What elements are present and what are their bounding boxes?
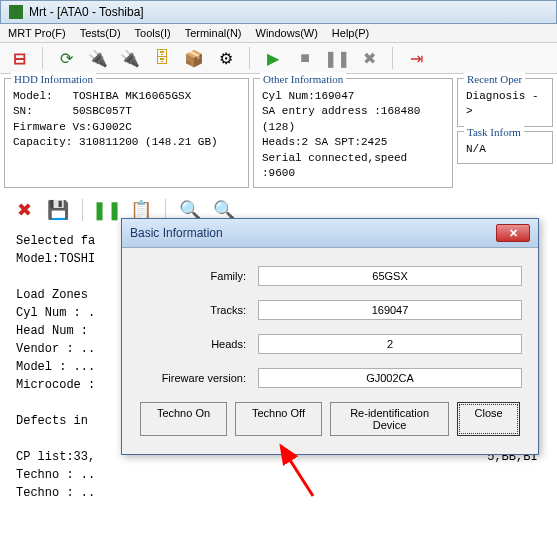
menu-tests[interactable]: Tests(D) (80, 27, 121, 39)
heads-label: Heads: (138, 338, 258, 350)
separator (82, 199, 83, 221)
stop-icon[interactable]: ■ (294, 47, 316, 69)
hdd-info-panel: HDD Information Model: TOSHIBA MK16065GS… (4, 78, 249, 188)
window-titlebar: Mrt - [ATA0 - Toshiba] (0, 0, 557, 24)
separator (392, 47, 393, 69)
console-line: Techno : .. (16, 466, 541, 484)
close-button[interactable]: Close (457, 402, 520, 436)
task-legend: Task Inform (464, 125, 524, 140)
server-icon[interactable]: 🗄 (151, 47, 173, 69)
techno-on-button[interactable]: Techno On (140, 402, 227, 436)
value: Diagnosis -> (466, 89, 544, 120)
menu-tools[interactable]: Tools(I) (135, 27, 171, 39)
value: N/A (466, 142, 544, 157)
save-icon[interactable]: 💾 (46, 198, 70, 222)
dialog-body: Family: 65GSX Tracks: 169047 Heads: 2 Fi… (122, 248, 538, 454)
menubar: MRT Pro(F) Tests(D) Tools(I) Terminal(N)… (0, 24, 557, 43)
tracks-field[interactable]: 169047 (258, 300, 522, 320)
delete-icon[interactable]: ✖ (12, 198, 36, 222)
value: Cyl Num:169047 (262, 89, 444, 104)
firmware-label: Fireware version: (138, 372, 258, 384)
separator (42, 47, 43, 69)
task-panel: Task Inform N/A (457, 131, 553, 164)
pause2-icon[interactable]: ❚❚ (95, 198, 119, 222)
gear-icon[interactable]: ⚙ (215, 47, 237, 69)
close-icon[interactable]: ✕ (496, 224, 530, 242)
label: SN: (13, 105, 33, 117)
value: Heads:2 SA SPT:2425 (262, 135, 444, 150)
family-field[interactable]: 65GSX (258, 266, 522, 286)
bracket-icon[interactable]: ⊟ (8, 47, 30, 69)
value: TOSHIBA MK16065GSX (72, 90, 191, 102)
info-panels: HDD Information Model: TOSHIBA MK16065GS… (0, 74, 557, 192)
tracks-label: Tracks: (138, 304, 258, 316)
menu-mrtpro[interactable]: MRT Pro(F) (8, 27, 66, 39)
recent-legend: Recent Oper (464, 72, 525, 87)
dialog-title: Basic Information (130, 226, 223, 240)
label: Capacity: (13, 136, 72, 148)
family-label: Family: (138, 270, 258, 282)
connect-icon[interactable]: 🔌 (87, 47, 109, 69)
pause-icon[interactable]: ❚❚ (326, 47, 348, 69)
cancel-icon[interactable]: ✖ (358, 47, 380, 69)
value: 310811200 (148.21 GB) (79, 136, 218, 148)
menu-windows[interactable]: Windows(W) (256, 27, 318, 39)
value: Serial connected,speed :9600 (262, 151, 444, 182)
right-panels: Recent Oper Diagnosis -> Task Inform N/A (457, 78, 553, 188)
hdd-legend: HDD Information (11, 72, 96, 87)
value: GJ002C (92, 121, 132, 133)
exit-icon[interactable]: ⇥ (405, 47, 427, 69)
menu-help[interactable]: Help(P) (332, 27, 369, 39)
reidentification-button[interactable]: Re-identification Device (330, 402, 449, 436)
package-icon[interactable]: 📦 (183, 47, 205, 69)
dialog-titlebar[interactable]: Basic Information ✕ (122, 219, 538, 248)
app-icon (9, 5, 23, 19)
main-toolbar: ⊟ ⟳ 🔌 🔌 🗄 📦 ⚙ ▶ ■ ❚❚ ✖ ⇥ (0, 43, 557, 74)
disconnect-icon[interactable]: 🔌 (119, 47, 141, 69)
window-title: Mrt - [ATA0 - Toshiba] (29, 5, 144, 19)
basic-info-dialog: Basic Information ✕ Family: 65GSX Tracks… (121, 218, 539, 455)
recent-panel: Recent Oper Diagnosis -> (457, 78, 553, 127)
label: Model: (13, 90, 53, 102)
separator (249, 47, 250, 69)
menu-terminal[interactable]: Terminal(N) (185, 27, 242, 39)
console-line: Techno : .. (16, 484, 541, 502)
heads-field[interactable]: 2 (258, 334, 522, 354)
value: SA entry address :168480 (128) (262, 104, 444, 135)
refresh-icon[interactable]: ⟳ (55, 47, 77, 69)
play-icon[interactable]: ▶ (262, 47, 284, 69)
techno-off-button[interactable]: Techno Off (235, 402, 322, 436)
other-info-panel: Other Information Cyl Num:169047 SA entr… (253, 78, 453, 188)
firmware-field[interactable]: GJ002CA (258, 368, 522, 388)
other-legend: Other Information (260, 72, 346, 87)
value: 50SBC057T (72, 105, 131, 117)
label: Firmware Vs: (13, 121, 92, 133)
